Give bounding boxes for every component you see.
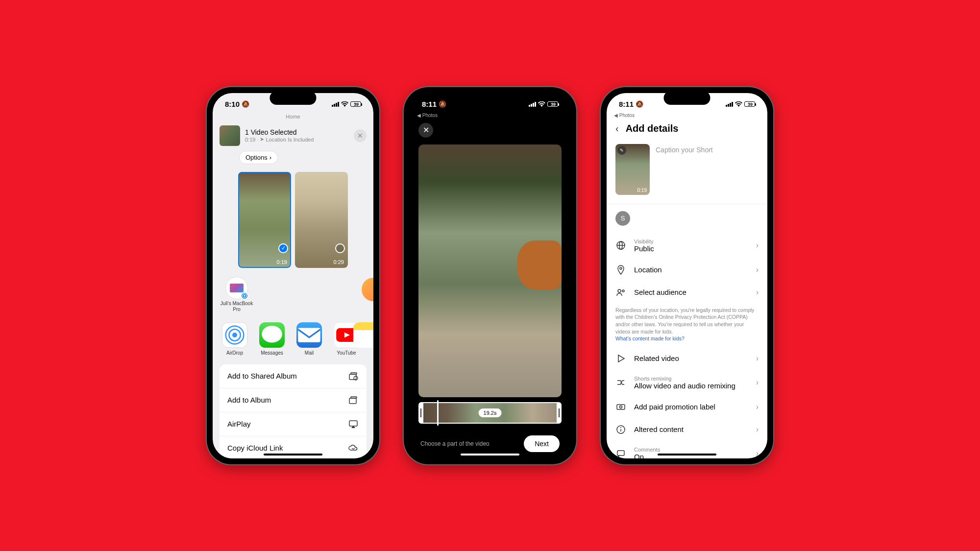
share-sheet-header: 1 Video Selected 0:19 · ➤ Location Is In… bbox=[213, 120, 373, 151]
video-thumbnail[interactable]: ✓ 0:19 bbox=[238, 172, 291, 268]
playhead[interactable] bbox=[437, 400, 439, 426]
home-indicator[interactable] bbox=[264, 454, 322, 455]
messages-icon bbox=[259, 322, 285, 348]
svg-rect-6 bbox=[298, 328, 320, 342]
status-time: 8:11 bbox=[422, 100, 437, 108]
svg-point-24 bbox=[620, 427, 621, 428]
setting-paid-promotion[interactable]: Add paid promotion label › bbox=[607, 396, 767, 418]
svg-point-2 bbox=[232, 333, 237, 337]
share-title: 1 Video Selected bbox=[245, 128, 349, 136]
unselected-circle-icon bbox=[335, 243, 345, 253]
coppa-legal-text: Regardless of your location, you're lega… bbox=[607, 304, 767, 347]
chevron-right-icon: › bbox=[756, 288, 759, 297]
setting-altered-content[interactable]: Altered content › bbox=[607, 418, 767, 441]
action-add-album[interactable]: Add to Album bbox=[220, 388, 367, 412]
share-duration: 0:19 bbox=[245, 137, 255, 143]
share-app-mail[interactable]: Mail bbox=[294, 322, 324, 356]
play-icon bbox=[615, 353, 626, 364]
setting-comments[interactable]: Comments On › bbox=[607, 441, 767, 458]
action-airplay[interactable]: AirPlay bbox=[220, 412, 367, 436]
chevron-right-icon: › bbox=[270, 154, 271, 161]
device-name: Juli's MacBook Pro bbox=[220, 301, 254, 312]
phone-add-details: 8:11 🔕 39 ◀ Photos ‹ Add details ✎ 0:19 … bbox=[601, 87, 773, 464]
cellular-icon bbox=[529, 102, 536, 107]
airdrop-icon bbox=[222, 322, 247, 348]
mail-icon bbox=[296, 322, 322, 348]
close-button[interactable]: ✕ bbox=[354, 129, 367, 142]
silent-icon: 🔕 bbox=[242, 100, 249, 108]
share-app-partial[interactable] bbox=[351, 322, 373, 348]
caption-input[interactable]: Caption your Short bbox=[656, 144, 759, 195]
back-to-app[interactable]: ◀ Photos bbox=[410, 113, 570, 118]
silent-icon: 🔕 bbox=[439, 100, 446, 108]
share-location: Location Is Included bbox=[266, 137, 314, 143]
shared-album-icon bbox=[348, 371, 359, 382]
action-shared-album[interactable]: Add to Shared Album bbox=[220, 364, 367, 388]
setting-location[interactable]: Location › bbox=[607, 259, 767, 281]
svg-point-19 bbox=[622, 290, 624, 292]
dynamic-island bbox=[270, 91, 317, 105]
pin-icon bbox=[615, 264, 626, 275]
underlying-screen-title: Home bbox=[213, 113, 373, 120]
video-thumbnail[interactable]: 0:29 bbox=[295, 172, 348, 268]
channel-avatar[interactable]: S bbox=[615, 211, 630, 226]
dynamic-island bbox=[467, 91, 514, 105]
setting-related-video[interactable]: Related video › bbox=[607, 347, 767, 370]
svg-point-17 bbox=[620, 267, 622, 269]
short-thumbnail[interactable]: ✎ 0:19 bbox=[615, 144, 650, 195]
setting-remixing[interactable]: Shorts remixing Allow video and audio re… bbox=[607, 370, 767, 396]
location-icon: ➤ bbox=[260, 136, 264, 143]
status-time: 8:10 bbox=[225, 100, 240, 108]
phone-share-sheet: 8:10 🔕 39 Home 1 Video Selected 0:19 · ➤… bbox=[207, 87, 379, 464]
svg-rect-11 bbox=[349, 398, 356, 404]
close-button[interactable]: ✕ bbox=[418, 123, 433, 138]
airdrop-targets-row: Juli's MacBook Pro bbox=[213, 272, 373, 317]
battery-icon: 39 bbox=[547, 101, 558, 107]
trim-duration-label: 19.2s bbox=[479, 408, 502, 417]
home-indicator[interactable] bbox=[658, 454, 716, 455]
svg-rect-13 bbox=[349, 421, 357, 426]
cloud-link-icon bbox=[348, 443, 359, 454]
video-duration: 0:19 bbox=[277, 259, 287, 265]
svg-rect-9 bbox=[351, 373, 357, 374]
back-button[interactable]: ‹ bbox=[615, 123, 619, 134]
trim-timeline[interactable]: 19.2s bbox=[418, 402, 562, 424]
svg-rect-20 bbox=[617, 405, 625, 409]
wifi-icon bbox=[341, 100, 348, 108]
wifi-icon bbox=[735, 100, 742, 108]
svg-rect-8 bbox=[349, 374, 356, 380]
money-icon bbox=[615, 402, 626, 412]
next-button[interactable]: Next bbox=[524, 435, 560, 452]
share-apps-row: AirDrop Messages Mail YouTube bbox=[213, 317, 373, 360]
coppa-link[interactable]: What's content made for kids? bbox=[615, 335, 685, 341]
chevron-right-icon: › bbox=[756, 378, 759, 387]
album-icon bbox=[348, 395, 359, 406]
video-preview[interactable] bbox=[418, 144, 562, 397]
status-time: 8:11 bbox=[619, 100, 634, 108]
partial-contact-avatar[interactable] bbox=[362, 278, 373, 301]
notes-icon bbox=[353, 322, 373, 348]
share-app-airdrop[interactable]: AirDrop bbox=[220, 322, 250, 356]
trim-handle-right[interactable] bbox=[557, 402, 562, 424]
silent-icon: 🔕 bbox=[636, 100, 643, 108]
wifi-icon bbox=[538, 100, 545, 108]
setting-visibility[interactable]: Visibility Public › bbox=[607, 233, 767, 259]
options-button[interactable]: Options › bbox=[239, 151, 278, 164]
svg-rect-25 bbox=[617, 451, 624, 455]
cellular-icon bbox=[332, 102, 339, 107]
video-picker-row: ✓ 0:19 0:29 bbox=[213, 168, 373, 272]
globe-icon bbox=[615, 240, 626, 251]
back-to-app[interactable]: ◀ Photos bbox=[607, 113, 767, 118]
share-app-messages[interactable]: Messages bbox=[257, 322, 287, 356]
cellular-icon bbox=[726, 102, 733, 107]
page-title: Add details bbox=[626, 123, 679, 134]
home-indicator[interactable] bbox=[461, 454, 519, 455]
svg-rect-12 bbox=[351, 397, 357, 398]
chevron-right-icon: › bbox=[756, 241, 759, 250]
trim-handle-left[interactable] bbox=[418, 402, 423, 424]
airdrop-device[interactable]: Juli's MacBook Pro bbox=[220, 277, 254, 312]
setting-audience[interactable]: Select audience › bbox=[607, 281, 767, 304]
airdrop-badge-icon bbox=[241, 292, 248, 300]
svg-point-0 bbox=[244, 295, 245, 297]
video-content-cat bbox=[517, 240, 562, 289]
